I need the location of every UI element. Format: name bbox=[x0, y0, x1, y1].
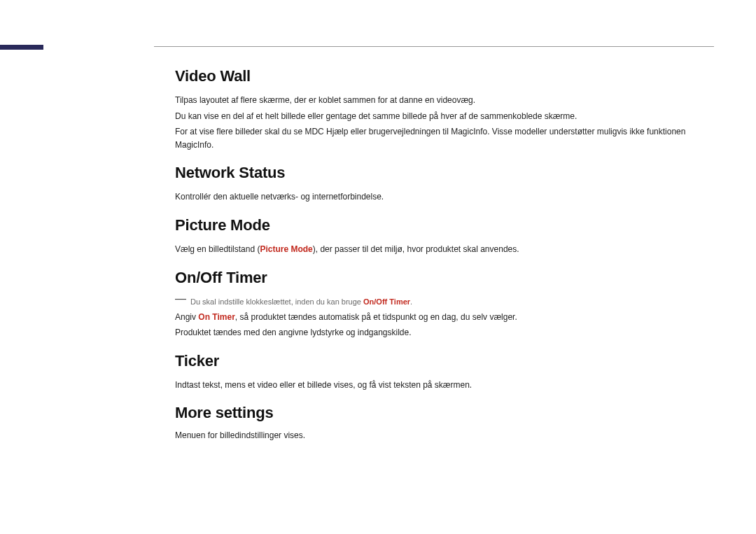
section-more-settings: More settings Menuen for billedindstilli… bbox=[175, 404, 714, 442]
body-text: Angiv On Timer, så produktet tændes auto… bbox=[175, 311, 714, 324]
text-fragment: , så produktet tændes automatisk på et t… bbox=[235, 312, 517, 322]
section-ticker: Ticker Indtast tekst, mens et video elle… bbox=[175, 352, 714, 392]
note-dash-icon: ― bbox=[175, 293, 186, 304]
heading-ticker: Ticker bbox=[175, 352, 714, 370]
emphasis-picture-mode: Picture Mode bbox=[260, 244, 312, 254]
text-fragment: Angiv bbox=[175, 312, 198, 322]
section-picture-mode: Picture Mode Vælg en billedtilstand (Pic… bbox=[175, 216, 714, 256]
document-content: Video Wall Tilpas layoutet af flere skær… bbox=[175, 67, 714, 455]
side-accent-bar bbox=[0, 45, 43, 50]
text-fragment: . bbox=[410, 297, 412, 306]
body-text: Menuen for billedindstillinger vises. bbox=[175, 429, 714, 442]
section-on-off-timer: On/Off Timer ― Du skal indstille klokkes… bbox=[175, 269, 714, 339]
heading-picture-mode: Picture Mode bbox=[175, 216, 714, 234]
note-text: Du skal indstille klokkeslættet, inden d… bbox=[190, 296, 412, 308]
heading-on-off-timer: On/Off Timer bbox=[175, 269, 714, 287]
section-network-status: Network Status Kontrollér den aktuelle n… bbox=[175, 164, 714, 204]
body-text: Produktet tændes med den angivne lydstyr… bbox=[175, 326, 714, 339]
text-fragment: Vælg en billedtilstand ( bbox=[175, 244, 260, 254]
emphasis-on-timer: On Timer bbox=[198, 312, 234, 322]
body-text: Vælg en billedtilstand (Picture Mode), d… bbox=[175, 243, 714, 256]
heading-network-status: Network Status bbox=[175, 164, 714, 182]
body-text: Kontrollér den aktuelle netværks- og int… bbox=[175, 190, 714, 204]
body-text: Indtast tekst, mens et video eller et bi… bbox=[175, 379, 714, 392]
heading-more-settings: More settings bbox=[175, 404, 714, 422]
text-fragment: ), der passer til det miljø, hvor produk… bbox=[313, 244, 519, 254]
top-horizontal-rule bbox=[154, 46, 714, 47]
heading-video-wall: Video Wall bbox=[175, 67, 714, 85]
text-fragment: Du skal indstille klokkeslættet, inden d… bbox=[190, 297, 363, 306]
body-text: Tilpas layoutet af flere skærme, der er … bbox=[175, 94, 714, 107]
body-text: For at vise flere billeder skal du se MD… bbox=[175, 125, 714, 151]
note-row: ― Du skal indstille klokkeslættet, inden… bbox=[175, 295, 714, 308]
emphasis-on-off-timer: On/Off Timer bbox=[363, 297, 410, 306]
section-video-wall: Video Wall Tilpas layoutet af flere skær… bbox=[175, 67, 714, 151]
body-text: Du kan vise en del af et helt billede el… bbox=[175, 110, 714, 123]
